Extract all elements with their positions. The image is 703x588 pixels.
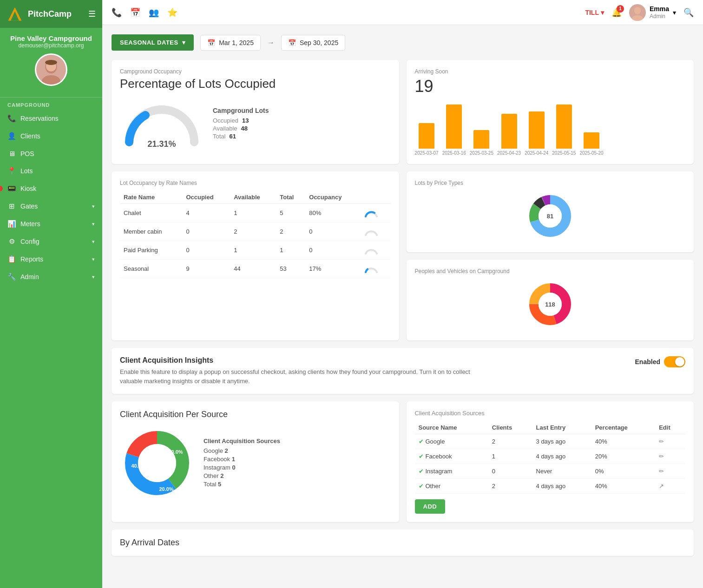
till-label: TILL xyxy=(585,9,599,16)
people-nav-icon[interactable]: 👥 xyxy=(149,7,159,18)
mini-gauge xyxy=(360,204,391,222)
table-row: ✔Other 2 4 days ago 40% ↗ xyxy=(415,479,686,494)
col-source-name: Source Name xyxy=(415,421,488,434)
legend-other: Other 2 xyxy=(204,472,280,479)
svg-text:40.0%: 40.0% xyxy=(168,449,183,455)
start-date-input[interactable]: 📅 Mar 1, 2025 xyxy=(200,35,261,51)
svg-point-8 xyxy=(634,7,641,14)
end-date-value: Sep 30, 2025 xyxy=(300,39,338,46)
bar-segment xyxy=(446,105,462,149)
table-row: Seasonal 9 44 53 17% xyxy=(120,260,391,278)
user-menu[interactable]: Emma Admin ▾ xyxy=(629,4,676,21)
table-row: ✔Instagram 0 Never 0% ✏ xyxy=(415,464,686,479)
chevron-down-icon: ▾ xyxy=(92,239,95,245)
sidebar-item-reports[interactable]: 📋 Reports ▾ xyxy=(0,250,102,268)
col-available: Available xyxy=(230,191,276,204)
gauge-percentage: 21.31% xyxy=(147,139,176,149)
add-source-button[interactable]: ADD xyxy=(415,499,446,514)
people-vehicles-title: Peoples and Vehicles on Campground xyxy=(415,268,686,274)
nav-dot xyxy=(0,185,4,192)
end-date-input[interactable]: 📅 Sep 30, 2025 xyxy=(281,35,345,51)
sidebar-item-pos[interactable]: 🖥 POS xyxy=(0,145,102,162)
search-icon[interactable]: 🔍 xyxy=(683,7,694,18)
bar-label: 2025-04-23 xyxy=(497,150,521,156)
gauge-chart: 21.31% xyxy=(120,96,204,151)
available-count: 1 xyxy=(230,204,276,222)
gates-icon: ⊞ xyxy=(7,202,16,210)
sidebar-item-kiosk[interactable]: 📟 Kiosk xyxy=(0,180,102,197)
sidebar-item-meters[interactable]: 📊 Meters ▾ xyxy=(0,215,102,233)
app-logo xyxy=(7,6,23,22)
sidebar-item-lots[interactable]: 📍 Lots xyxy=(0,162,102,180)
phone-nav-icon[interactable]: 📞 xyxy=(112,7,122,18)
bar-column: 2025-03-25 xyxy=(470,130,493,156)
seasonal-dates-button[interactable]: SEASONAL DATES ▾ xyxy=(112,34,194,51)
sidebar-item-reservations[interactable]: 📞 Reservations xyxy=(0,110,102,127)
notifications-bell[interactable]: 🔔 1 xyxy=(611,7,622,18)
mini-gauge xyxy=(360,241,391,260)
lots-icon: 📍 xyxy=(7,167,16,175)
sources-table: Source Name Clients Last Entry Percentag… xyxy=(415,421,686,494)
lot-info-title: Campground Lots xyxy=(213,107,269,114)
total-count: 5 xyxy=(276,204,305,222)
sidebar-item-label: Reports xyxy=(20,255,87,263)
app-name: PitchCamp xyxy=(28,9,84,19)
kiosk-icon: 📟 xyxy=(7,184,16,193)
admin-icon: 🔧 xyxy=(7,273,16,281)
by-arrival-section: By Arrival Dates xyxy=(112,529,694,556)
edit-cell[interactable]: ✏ xyxy=(655,464,685,479)
svg-point-6 xyxy=(45,60,57,65)
user-role: Admin xyxy=(650,13,669,20)
hamburger-icon[interactable]: ☰ xyxy=(88,9,96,19)
percentage-cell: 40% xyxy=(591,479,656,494)
enabled-toggle[interactable] xyxy=(664,356,685,367)
table-row: Paid Parking 0 1 1 0 xyxy=(120,241,391,260)
bar-column: 2025-05-15 xyxy=(552,105,576,156)
sidebar-item-config[interactable]: ⚙ Config ▾ xyxy=(0,233,102,250)
edit-cell[interactable]: ↗ xyxy=(655,479,685,494)
rate-name: Member cabin xyxy=(120,222,182,241)
sidebar-item-label: Meters xyxy=(20,220,87,228)
edit-cell[interactable]: ✏ xyxy=(655,434,685,449)
occupancy-pct: 17% xyxy=(305,260,360,278)
calendar-nav-icon[interactable]: 📅 xyxy=(130,7,140,18)
bar-column: 2025-03-07 xyxy=(415,123,439,156)
arriving-count: 19 xyxy=(415,77,686,96)
star-nav-icon[interactable]: ⭐ xyxy=(167,7,177,18)
till-selector[interactable]: TILL ▾ xyxy=(585,9,604,16)
campground-name: Pine Valley Campground xyxy=(7,34,96,42)
total-label: Total xyxy=(213,133,225,140)
col-rate-name: Rate Name xyxy=(120,191,182,204)
user-info: Emma Admin xyxy=(650,5,669,20)
lots-by-price-card: Lots by Price Types xyxy=(407,171,694,252)
sidebar-item-admin[interactable]: 🔧 Admin ▾ xyxy=(0,268,102,286)
sidebar-item-label: Gates xyxy=(20,203,87,210)
percentage-cell: 20% xyxy=(591,449,656,464)
mini-gauge xyxy=(360,222,391,241)
sidebar-item-gates[interactable]: ⊞ Gates ▾ xyxy=(0,197,102,215)
edit-cell[interactable]: ✏ xyxy=(655,449,685,464)
source-name-cell: ✔Other xyxy=(415,479,488,494)
occupancy-card-title: Campground Occupancy xyxy=(120,68,391,75)
occupied-count: 4 xyxy=(182,204,230,222)
lot-info: Campground Lots Occupied 13 Available 48… xyxy=(213,107,269,141)
acquisition-header: Client Acquisition Insights Enable this … xyxy=(120,356,685,385)
col-occupancy: Occupancy xyxy=(305,191,360,204)
occupancy-card-heading: Percentage of Lots Occupied xyxy=(120,77,391,91)
seasonal-chevron-icon: ▾ xyxy=(182,39,186,46)
legend-google: Google 2 xyxy=(204,447,280,454)
sidebar-item-clients[interactable]: 👤 Clients xyxy=(0,127,102,145)
seasonal-dates-label: SEASONAL DATES xyxy=(120,39,178,46)
sources-table-title: Client Acquisition Sources xyxy=(415,410,686,417)
reports-icon: 📋 xyxy=(7,255,16,263)
section-label: CAMPGROUND xyxy=(0,98,102,110)
clients-cell: 0 xyxy=(488,464,532,479)
sidebar-item-label: POS xyxy=(20,150,95,157)
occupied-count: 0 xyxy=(182,222,230,241)
table-row: Member cabin 0 2 2 0 xyxy=(120,222,391,241)
topbar: 📞 📅 👥 ⭐ TILL ▾ 🔔 1 xyxy=(102,0,703,25)
source-name-cell: ✔Facebook xyxy=(415,449,488,464)
occupancy-pct: 80% xyxy=(305,204,360,222)
occupied-label: Occupied xyxy=(213,117,238,124)
date-arrow-icon: → xyxy=(267,39,275,47)
